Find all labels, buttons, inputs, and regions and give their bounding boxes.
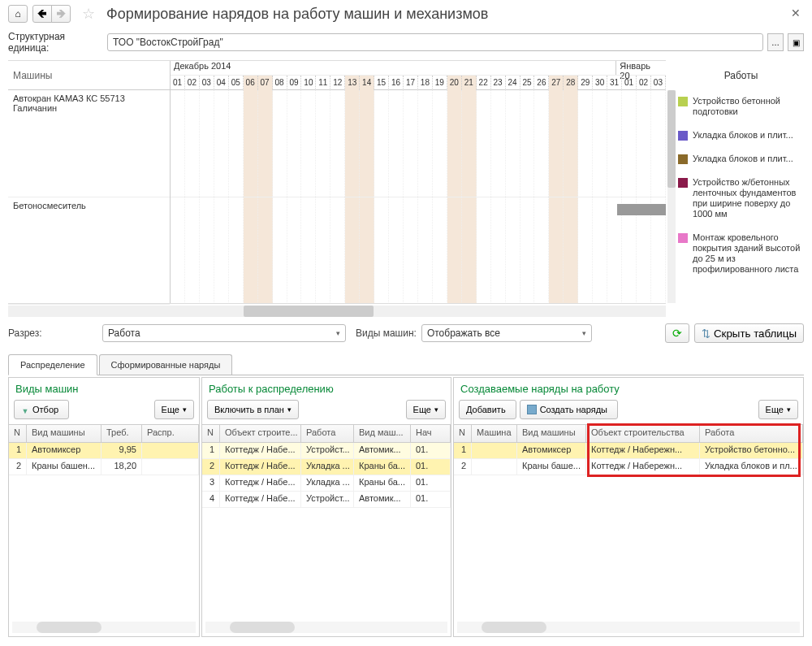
more-button[interactable]: Еще [758, 400, 798, 419]
gantt-cell[interactable] [593, 90, 607, 197]
gantt-cell[interactable] [316, 197, 330, 303]
gantt-cell[interactable] [214, 90, 229, 197]
gantt-vscrollbar[interactable] [667, 90, 676, 303]
gantt-cell[interactable] [374, 90, 389, 197]
gantt-cell[interactable] [549, 90, 564, 197]
forward-button[interactable]: 🡺 [51, 5, 71, 23]
favorite-star-icon[interactable]: ☆ [82, 5, 95, 23]
gantt-cell[interactable] [520, 197, 535, 303]
th-mash[interactable]: Машина [472, 425, 517, 442]
gantt-cell[interactable] [301, 90, 316, 197]
refresh-button[interactable] [665, 323, 689, 343]
create-orders-button[interactable]: Создать наряды [520, 400, 618, 419]
gantt-cell[interactable] [287, 90, 302, 197]
gantt-cell[interactable] [171, 90, 185, 197]
gantt-cell[interactable] [316, 90, 330, 197]
gantt-cell[interactable] [258, 197, 273, 303]
th-n[interactable]: N [454, 425, 472, 442]
gantt-cell[interactable] [564, 197, 578, 303]
gantt-cell[interactable] [200, 197, 214, 303]
gantt-cell[interactable] [301, 197, 316, 303]
th-rab[interactable]: Работа [700, 425, 803, 442]
th-n[interactable]: N [9, 425, 27, 442]
gantt-cell[interactable] [404, 197, 418, 303]
gantt-cell[interactable] [418, 90, 433, 197]
more-button[interactable]: Еще [406, 400, 446, 419]
more-button[interactable]: Еще [154, 400, 194, 419]
back-button[interactable]: 🡸 [32, 5, 52, 23]
table-row[interactable]: 3Коттедж / Набе...Укладка ...Краны ба...… [202, 475, 451, 492]
gantt-cell[interactable] [171, 197, 185, 303]
th-vid[interactable]: Вид машины [517, 425, 586, 442]
gantt-cell[interactable] [534, 197, 549, 303]
table-row[interactable]: 1Коттедж / Набе...Устройст...Автомик...0… [202, 443, 451, 459]
gantt-cell[interactable] [273, 90, 287, 197]
gantt-cell[interactable] [287, 197, 302, 303]
gantt-cell[interactable] [345, 90, 360, 197]
filter-button[interactable]: Отбор [14, 400, 69, 419]
gantt-cell[interactable] [244, 90, 258, 197]
th-vid[interactable]: Вид машины [27, 425, 102, 442]
gantt-cell[interactable] [506, 197, 520, 303]
gantt-cell[interactable] [491, 197, 506, 303]
gantt-cell[interactable] [345, 197, 360, 303]
vidy-combo[interactable]: Отображать все [421, 324, 592, 342]
th-rab[interactable]: Работа [301, 425, 354, 442]
gantt-cell[interactable] [462, 197, 477, 303]
gantt-cell[interactable] [520, 90, 535, 197]
gantt-cell[interactable] [200, 90, 214, 197]
gantt-cell[interactable] [214, 197, 229, 303]
gantt-cell[interactable] [273, 197, 287, 303]
table-row[interactable]: 2Коттедж / Набе...Укладка ...Краны ба...… [202, 459, 451, 475]
include-plan-button[interactable]: Включить в план [207, 400, 299, 419]
gantt-cell[interactable] [447, 197, 462, 303]
th-n[interactable]: N [202, 425, 220, 442]
th-obj[interactable]: Объект строительства [586, 425, 700, 442]
gantt-cell[interactable] [491, 90, 506, 197]
th-nach[interactable]: Нач [411, 425, 451, 442]
gantt-cell[interactable] [477, 197, 491, 303]
gantt-cell[interactable] [477, 90, 491, 197]
gantt-cell[interactable] [578, 197, 593, 303]
th-raspr[interactable]: Распр. [142, 425, 199, 442]
gantt-cell[interactable] [593, 197, 607, 303]
gantt-cell[interactable] [258, 90, 273, 197]
unit-open-button[interactable]: ▣ [788, 33, 804, 51]
gantt-cell[interactable] [229, 197, 244, 303]
gantt-cell[interactable] [374, 197, 389, 303]
table-row[interactable]: 2Краны башен...18,20 [9, 459, 199, 475]
gantt-cell[interactable] [637, 90, 651, 197]
gantt-cell[interactable] [360, 197, 374, 303]
gantt-cell[interactable] [564, 90, 578, 197]
table-row[interactable]: 4Коттедж / Набе...Устройст...Автомик...0… [202, 492, 451, 508]
gantt-cell[interactable] [330, 90, 345, 197]
gantt-cell[interactable] [389, 90, 404, 197]
table-row[interactable]: 2Краны баше...Коттедж / Набережн...Уклад… [454, 459, 803, 475]
gantt-cell[interactable] [360, 90, 374, 197]
gantt-cell[interactable] [447, 90, 462, 197]
gantt-cell[interactable] [462, 90, 477, 197]
gantt-cell[interactable] [330, 197, 345, 303]
gantt-cell[interactable] [607, 90, 622, 197]
gantt-hscrollbar[interactable] [8, 306, 666, 317]
home-button[interactable]: ⌂ [8, 5, 28, 23]
table-row[interactable]: 1АвтомиксерКоттедж / Набережн...Устройст… [454, 443, 803, 459]
gantt-cell[interactable] [244, 197, 258, 303]
gantt-bar[interactable] [617, 204, 666, 215]
th-vid[interactable]: Вид маш... [354, 425, 411, 442]
gantt-cell[interactable] [185, 90, 200, 197]
hscrollbar[interactable] [12, 622, 196, 633]
tab-formed-orders[interactable]: Сформированные наряды [99, 354, 233, 375]
gantt-cell[interactable] [578, 90, 593, 197]
gantt-cell[interactable] [185, 197, 200, 303]
gantt-cell[interactable] [418, 197, 433, 303]
gantt-cell[interactable] [389, 197, 404, 303]
hscrollbar[interactable] [457, 622, 800, 633]
gantt-cell[interactable] [506, 90, 520, 197]
gantt-cell[interactable] [651, 90, 666, 197]
gantt-cell[interactable] [433, 197, 447, 303]
gantt-cell[interactable] [549, 197, 564, 303]
hscrollbar[interactable] [205, 622, 447, 633]
gantt-cell[interactable] [229, 90, 244, 197]
add-button[interactable]: Добавить [459, 400, 516, 419]
